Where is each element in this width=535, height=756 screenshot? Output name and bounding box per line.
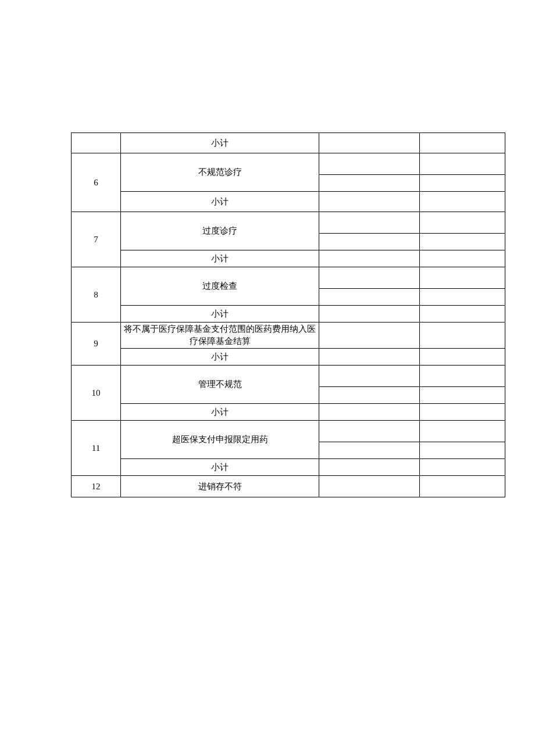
cell-value — [319, 306, 420, 323]
cell-value — [420, 234, 505, 250]
table-row: 小计 — [72, 459, 505, 476]
cell-value — [319, 250, 420, 267]
cell-value — [420, 306, 505, 323]
subtotal-label: 小计 — [121, 306, 319, 323]
cell-value — [420, 387, 505, 404]
cell-value — [319, 387, 420, 404]
row-number: 7 — [72, 212, 121, 267]
cell-value — [319, 323, 420, 349]
table-row: 11 超医保支付申报限定用药 — [72, 421, 505, 442]
table-row: 9 将不属于医疗保障基金支付范围的医药费用纳入医疗保障基金结算 — [72, 323, 505, 349]
cell-value — [319, 212, 420, 234]
row-number: 12 — [72, 476, 121, 497]
subtotal-label: 小计 — [121, 404, 319, 421]
table-row: 小计 — [72, 133, 505, 153]
row-number: 11 — [72, 421, 121, 476]
cell-value — [319, 175, 420, 192]
cell-value — [319, 366, 420, 387]
subtotal-label: 小计 — [121, 349, 319, 366]
table-row: 10 管理不规范 — [72, 366, 505, 387]
table-row: 6 不规范诊疗 — [72, 153, 505, 175]
table-row: 8 过度检查 — [72, 267, 505, 289]
table-row: 小计 — [72, 306, 505, 323]
row-desc: 过度检查 — [121, 267, 319, 306]
cell-value — [319, 404, 420, 421]
cell-value — [319, 349, 420, 366]
subtotal-label: 小计 — [121, 192, 319, 212]
cell-value — [420, 323, 505, 349]
cell-value — [319, 459, 420, 476]
cell-value — [420, 153, 505, 175]
cell-value — [420, 404, 505, 421]
table-row: 小计 — [72, 192, 505, 212]
data-table: 小计 6 不规范诊疗 小计 7 过度诊疗 小计 8 过度检查 — [71, 132, 505, 497]
row-desc: 将不属于医疗保障基金支付范围的医药费用纳入医疗保障基金结算 — [121, 323, 319, 349]
row-desc: 过度诊疗 — [121, 212, 319, 250]
row-number: 10 — [72, 366, 121, 421]
cell-value — [420, 421, 505, 442]
subtotal-label: 小计 — [121, 459, 319, 476]
cell-value — [319, 192, 420, 212]
cell-value — [319, 153, 420, 175]
table-row: 小计 — [72, 250, 505, 267]
cell-value — [319, 476, 420, 497]
table-row: 小计 — [72, 349, 505, 366]
cell-empty — [72, 133, 121, 153]
row-number: 8 — [72, 267, 121, 323]
cell-value — [319, 442, 420, 459]
subtotal-label: 小计 — [121, 250, 319, 267]
cell-value — [420, 289, 505, 306]
cell-value — [420, 175, 505, 192]
subtotal-label: 小计 — [121, 133, 319, 153]
cell-value — [420, 349, 505, 366]
row-desc: 管理不规范 — [121, 366, 319, 404]
document-page: 小计 6 不规范诊疗 小计 7 过度诊疗 小计 8 过度检查 — [0, 0, 535, 497]
row-desc: 超医保支付申报限定用药 — [121, 421, 319, 459]
cell-value — [319, 267, 420, 289]
cell-value — [319, 133, 420, 153]
table-row: 12 进销存不符 — [72, 476, 505, 497]
cell-value — [420, 459, 505, 476]
table-row: 小计 — [72, 404, 505, 421]
cell-value — [319, 234, 420, 250]
row-number: 6 — [72, 153, 121, 212]
cell-value — [420, 366, 505, 387]
cell-value — [319, 421, 420, 442]
cell-value — [420, 133, 505, 153]
cell-value — [420, 442, 505, 459]
row-desc: 不规范诊疗 — [121, 153, 319, 192]
row-desc: 进销存不符 — [121, 476, 319, 497]
table-row: 7 过度诊疗 — [72, 212, 505, 234]
cell-value — [420, 212, 505, 234]
cell-value — [420, 250, 505, 267]
cell-value — [420, 476, 505, 497]
row-number: 9 — [72, 323, 121, 366]
cell-value — [420, 192, 505, 212]
cell-value — [319, 289, 420, 306]
cell-value — [420, 267, 505, 289]
